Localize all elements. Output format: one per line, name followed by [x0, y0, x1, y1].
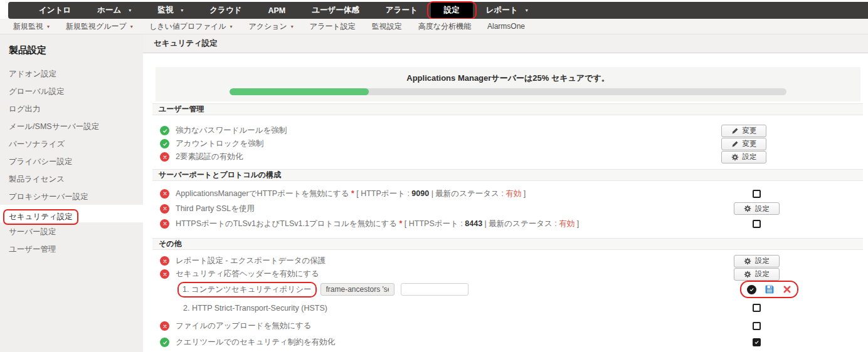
settings-button[interactable]: 設定	[721, 151, 766, 163]
sidebar-item-label: 製品ライセンス	[9, 175, 65, 184]
button-label: 設定	[755, 256, 770, 266]
row-label-text: 2. HTTP Strict-Transport-Security (HSTS)	[183, 304, 327, 313]
sub-nav-item-label: 監視設定	[372, 21, 402, 32]
button-label: 設定	[755, 204, 770, 214]
chevron-down-icon: ▾	[526, 8, 528, 13]
status-fail-icon	[160, 204, 169, 214]
security-score-panel: Applications Managerサーバーは25% セキュアです。	[156, 67, 860, 101]
settings-row: アカウントロックを強制変更	[152, 137, 863, 150]
checked-checkbox[interactable]	[747, 285, 756, 294]
section-header-2: その他	[152, 238, 863, 250]
detail-state: 有効	[559, 219, 574, 228]
settings-row: HTTPSポートのTLSv1およびTLSv1.1プロトコルを無効にする * [ …	[152, 216, 863, 231]
settings-row: 1. コンテンツセキュリティポリシー	[152, 281, 863, 298]
top-nav-item-5[interactable]: ユーザー体感	[299, 2, 373, 19]
sidebar-item-9[interactable]: サーバー設定	[0, 222, 143, 240]
detail-pre: [ HTTPポート :	[354, 189, 412, 198]
sidebar-item-7[interactable]: プロキシサーバー設定	[0, 187, 143, 205]
pencil-icon	[731, 127, 739, 135]
settings-button[interactable]: 設定	[734, 268, 780, 281]
sub-nav-item-2[interactable]: しきい値プロファイル▾	[141, 21, 241, 32]
row-label-text: 1. コンテンツセキュリティポリシー	[183, 285, 312, 294]
chevron-down-icon: ▾	[230, 24, 232, 29]
row-label-text: 強力なパスワードルールを強制	[176, 125, 287, 136]
sidebar-item-0[interactable]: アドオン設定	[0, 65, 143, 82]
section-gap	[152, 163, 863, 169]
sidebar-item-3[interactable]: メール/SMSサーバー設定	[0, 117, 143, 135]
sub-nav-item-label: アラート設定	[310, 21, 356, 32]
sidebar-item-6[interactable]: 製品ライセンス	[0, 170, 143, 187]
row-label-text: ファイルのアップロードを無効にする	[176, 321, 312, 331]
change-button[interactable]: 変更	[721, 138, 766, 150]
settings-row: Third Party SSLを使用設定	[152, 201, 863, 216]
row-label-text: HTTPSポートのTLSv1およびTLSv1.1プロトコルを無効にする	[176, 219, 397, 229]
top-nav-item-6[interactable]: アラート	[373, 2, 431, 19]
security-progress-track	[230, 88, 786, 95]
csp-value-chip[interactable]	[320, 283, 394, 296]
settings-row: レポート設定 - エクスポートデータの保護設定	[152, 254, 863, 267]
checkbox[interactable]	[753, 190, 761, 198]
settings-row: 2. HTTP Strict-Transport-Security (HSTS)	[152, 301, 863, 314]
top-nav-item-3[interactable]: クラウド	[196, 2, 255, 19]
settings-button[interactable]: 設定	[734, 255, 780, 267]
row-label-text: セキュリティ応答ヘッダーを有効にする	[176, 269, 319, 279]
settings-row: ApplicationsManagerでHTTPポートを無効にする * [ HT…	[152, 186, 863, 201]
sidebar-item-10[interactable]: ユーザー管理	[0, 240, 143, 257]
save-icon[interactable]	[765, 284, 775, 294]
section-gap	[152, 231, 863, 238]
status-ok-icon	[160, 126, 169, 135]
sidebar-item-8[interactable]: セキュリティ設定	[0, 205, 143, 222]
detail-state: 有効	[505, 189, 521, 198]
sub-nav-item-0[interactable]: 新規監視▾	[5, 21, 58, 32]
settings-button[interactable]: 設定	[734, 202, 780, 215]
row-detail: * [ HTTPSポート : 8443 | 最新のステータス : 有効 ]	[397, 219, 579, 229]
chevron-down-icon: ▾	[130, 24, 133, 29]
settings-row: 2要素認証の有効化設定	[152, 150, 863, 163]
sub-nav-item-6[interactable]: 高度な分析機能	[410, 21, 479, 32]
sub-nav-item-3[interactable]: アクション▾	[240, 21, 301, 32]
sidebar-item-1[interactable]: グローバル設定	[0, 82, 143, 100]
checkbox[interactable]	[753, 220, 761, 228]
sub-nav-item-5[interactable]: 監視設定	[364, 21, 410, 32]
row-detail: * [ HTTPポート : 9090 | 最新のステータス : 有効 ]	[349, 189, 526, 199]
sidebar-item-2[interactable]: ログ出力	[0, 100, 143, 117]
sidebar-item-4[interactable]: パーソナライズ	[0, 135, 143, 152]
top-nav-item-0[interactable]: イントロ	[26, 2, 84, 19]
checkbox[interactable]	[753, 304, 761, 312]
security-score-message: Applications Managerサーバーは25% セキュアです。	[156, 67, 860, 84]
top-nav-item-1[interactable]: ホーム▾	[84, 2, 144, 19]
status-fail-icon	[160, 321, 169, 331]
gear-icon	[744, 205, 751, 212]
top-nav-item-label: ユーザー体感	[312, 5, 359, 16]
sub-nav-item-4[interactable]: アラート設定	[302, 21, 364, 32]
sub-nav: 新規監視▾新規監視グループ▾しきい値プロファイル▾アクション▾アラート設定監視設…	[0, 19, 868, 34]
top-nav-item-8[interactable]: レポート▾	[473, 2, 541, 19]
status-fail-icon	[160, 152, 169, 162]
top-nav-item-label: イントロ	[39, 5, 71, 16]
detail-mid: | 最新のステータス :	[482, 219, 559, 228]
row-label-text: 2要素認証の有効化	[176, 152, 243, 162]
sidebar-item-5[interactable]: プライバシー設定	[0, 152, 143, 170]
change-button[interactable]: 変更	[721, 125, 766, 137]
top-nav-item-7[interactable]: 設定	[431, 2, 473, 19]
top-nav-item-4[interactable]: APM	[255, 2, 299, 19]
button-label: 設定	[743, 152, 757, 162]
sidebar-item-label: ユーザー管理	[9, 245, 56, 254]
row-label-text: クエリツールでのセキュリティ制約を有効化	[176, 337, 335, 348]
top-nav-item-2[interactable]: 監視▾	[144, 2, 196, 19]
delete-icon[interactable]	[783, 285, 791, 294]
row-label-text: ApplicationsManagerでHTTPポートを無効にする	[176, 189, 349, 199]
csp-input[interactable]	[401, 283, 468, 296]
sub-nav-item-1[interactable]: 新規監視グループ▾	[58, 21, 141, 32]
checkbox[interactable]	[753, 322, 761, 330]
sidebar-item-label: プライバシー設定	[9, 157, 72, 166]
sub-nav-item-7[interactable]: AlarmsOne	[479, 22, 533, 31]
gear-icon	[731, 153, 739, 161]
checkbox[interactable]	[753, 338, 761, 346]
csp-controls	[747, 284, 791, 294]
chevron-down-icon: ▾	[291, 24, 294, 29]
top-nav-item-label: クラウド	[209, 5, 241, 16]
sidebar-items: アドオン設定グローバル設定ログ出力メール/SMSサーバー設定パーソナライズプライ…	[0, 65, 143, 257]
sidebar-item-label: メール/SMSサーバー設定	[9, 122, 99, 131]
sub-nav-item-label: アクション	[248, 21, 287, 32]
